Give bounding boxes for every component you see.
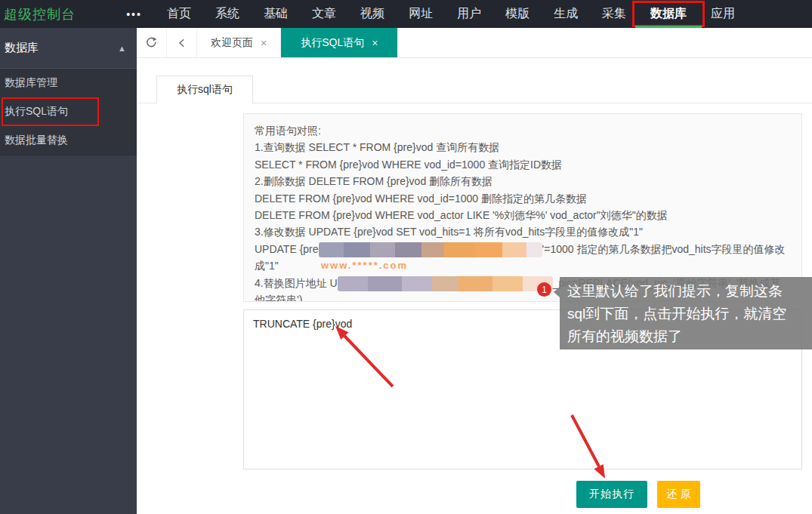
action-buttons: 开始执行 还 原	[137, 481, 812, 508]
nav-item-app[interactable]: 应用	[699, 0, 747, 28]
sidebar-group-label: 数据库	[5, 41, 39, 55]
brand-area: 超级控制台	[0, 0, 113, 28]
close-icon[interactable]: ×	[372, 37, 378, 49]
sidebar-item-db-manage[interactable]: 数据库管理	[0, 69, 137, 97]
nav-item-basic[interactable]: 基础	[252, 0, 300, 28]
sql-help-line: 3.修改数据 UPDATE {pre}vod SET vod_hits=1 将所…	[255, 223, 791, 240]
sql-help-title: 常用语句对照:	[255, 122, 791, 139]
tabs-back-button[interactable]	[167, 28, 197, 57]
nav-item-video[interactable]: 视频	[348, 0, 397, 28]
brand-logo: 超级控制台	[4, 5, 76, 23]
nav-item-user[interactable]: 用户	[445, 0, 493, 28]
sql-help-line: DELETE FROM {pre}vod WHERE vod_actor LIK…	[255, 207, 791, 223]
nav-item-generate[interactable]: 生成	[542, 0, 590, 28]
nav-item-home[interactable]: 首页	[155, 0, 203, 28]
sidebar-submenu: 数据库管理 执行SQL语句 数据批量替换	[0, 68, 137, 155]
sql-help-line: DELETE FROM {pre}vod WHERE vod_id=1000 删…	[255, 190, 791, 207]
annotation-step-badge: 1	[537, 282, 551, 297]
sidebar: 数据库 ▲ 数据库管理 执行SQL语句 数据批量替换	[0, 28, 137, 514]
annotation-arrow-to-execute	[563, 409, 616, 485]
execute-button[interactable]: 开始执行	[576, 481, 647, 508]
sql-help-line: SELECT * FROM {pre}vod WHERE vod_id=1000…	[255, 156, 791, 173]
sql-reference-panel: 常用语句对照: 1.查询数据 SELECT * FROM {pre}vod 查询…	[243, 113, 802, 302]
annotation-arrow-to-input	[325, 321, 408, 392]
sidebar-item-exec-sql[interactable]: 执行SQL语句	[0, 97, 137, 126]
sidebar-group-database[interactable]: 数据库 ▲	[0, 28, 137, 68]
sidebar-item-batch-replace[interactable]: 数据批量替换	[0, 126, 137, 155]
refresh-button[interactable]	[137, 28, 167, 57]
more-icon[interactable]: •••	[113, 0, 155, 28]
close-icon[interactable]: ×	[261, 37, 267, 49]
collapse-caret-icon: ▲	[118, 44, 126, 53]
sql-help-line: 2.删除数据 DELETE FROM {pre}vod 删除所有数据	[255, 173, 791, 189]
nav-item-template[interactable]: 模版	[493, 0, 542, 28]
nav-item-collect[interactable]: 采集	[590, 0, 638, 28]
nav-item-database[interactable]: 数据库	[638, 0, 699, 28]
blur-mosaic	[338, 276, 553, 291]
restore-button[interactable]: 还 原	[657, 481, 700, 508]
nav-menu: 首页 系统 基础 文章 视频 网址 用户 模版 生成 采集 数据库 应用	[155, 0, 747, 28]
nav-item-system[interactable]: 系统	[203, 0, 252, 28]
watermark: www.*****.com	[321, 260, 408, 271]
inner-tab-exec-sql[interactable]: 执行sql语句	[156, 75, 253, 103]
tab-bar: 欢迎页面 × 执行SQL语句 ×	[137, 28, 812, 58]
top-navbar: 超级控制台 ••• 首页 系统 基础 文章 视频 网址 用户 模版 生成 采集 …	[0, 0, 812, 28]
sql-help-line: 1.查询数据 SELECT * FROM {pre}vod 查询所有数据	[255, 139, 791, 155]
refresh-icon	[145, 36, 159, 50]
tab-welcome[interactable]: 欢迎页面 ×	[197, 28, 281, 57]
blur-mosaic	[319, 242, 542, 257]
nav-item-website[interactable]: 网址	[397, 0, 445, 28]
nav-item-article[interactable]: 文章	[300, 0, 348, 28]
chevron-left-icon	[177, 38, 187, 48]
admin-console: 超级控制台 ••• 首页 系统 基础 文章 视频 网址 用户 模版 生成 采集 …	[0, 0, 812, 514]
annotation-callout: 这里默认给了我们提示，复制这条 sql到下面，点击开始执行，就清空 所有的视频数…	[560, 277, 812, 349]
tab-exec-sql[interactable]: 执行SQL语句 ×	[281, 28, 398, 57]
